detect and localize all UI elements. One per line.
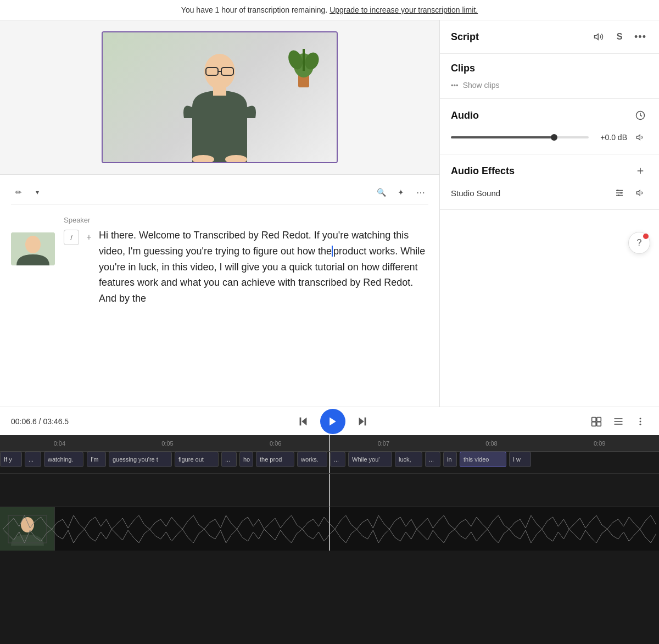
plant-decoration [287,38,320,93]
ruler-mark-1: 0:05 [114,440,222,447]
person-silhouette [176,52,264,162]
ruler-time-3: 0:07 [378,440,389,447]
edit-icon[interactable] [11,185,26,200]
clips-content[interactable]: ••• Show clips [451,81,648,90]
chevron-down-icon[interactable] [30,185,45,200]
help-button[interactable]: ? [628,232,650,254]
video-placeholder [103,32,337,162]
notification-text: You have 1 hour of transcription remaini… [181,5,327,14]
studio-sound-sliders-icon[interactable] [612,185,627,201]
playback-bar: 00:06.6 / 03:46.5 [0,407,659,435]
ruler-mark-5: 0:09 [545,440,654,447]
audio-title: Audio [451,110,479,121]
transcript-text-block: Speaker / + Hi there. Welcome to Transcr… [64,216,428,307]
script-volume-icon[interactable] [591,29,606,45]
caption-item-0[interactable]: If y [0,452,22,467]
empty-track [0,474,659,507]
audio-effects-header: Audio Effects [451,163,648,179]
svg-marker-29 [359,417,364,425]
video-frame [102,31,338,163]
help-notification-dot [643,234,649,239]
svg-point-13 [25,236,41,253]
ruler-time-5: 0:09 [594,440,605,447]
audio-db-label: +0.0 dB [594,133,627,142]
transcript-area: Speaker / + Hi there. Welcome to Transcr… [0,174,439,407]
right-panel-bottom: ? [440,210,659,407]
audio-header: Audio [451,108,648,123]
svg-rect-31 [592,417,596,421]
clips-title: Clips [451,63,475,74]
audio-volume-icon[interactable] [633,130,648,145]
script-more-icon[interactable]: ••• [633,29,648,45]
help-label: ? [637,238,642,248]
toolbar-right [373,185,428,200]
caption-item-1[interactable]: ... [25,452,41,467]
svg-point-22 [617,190,619,191]
caption-item-9[interactable]: works. [297,452,327,467]
caption-item-10[interactable]: ... [330,452,345,467]
slash-button[interactable]: / [64,230,79,245]
empty-track-playhead [329,474,330,507]
total-time: 03:46.5 [43,417,69,426]
playback-controls [86,409,580,434]
video-preview-container [0,20,439,174]
svg-point-38 [640,418,641,419]
svg-marker-25 [636,190,640,195]
svg-point-23 [621,192,622,194]
timeline-area: 0:04 0:05 0:06 0:07 0:08 0:09 If y [0,435,659,644]
add-button[interactable]: + [83,232,94,243]
clips-header: Clips [451,63,648,74]
playback-more-icon[interactable] [633,414,648,429]
waveform-playhead [329,507,330,551]
layout-view-icon[interactable] [589,414,604,429]
studio-sound-row: Studio Sound [451,185,648,201]
ruler-mark-0: 0:04 [5,440,114,447]
transcript-content: Speaker / + Hi there. Welcome to Transcr… [11,210,428,312]
ruler-time-0: 0:04 [54,440,65,447]
time-display: 00:06.6 / 03:46.5 [11,417,77,426]
caption-item-11[interactable]: While you' [348,452,392,467]
upgrade-link[interactable]: Upgrade to increase your transcription l… [330,5,478,14]
audio-slider-row: +0.0 dB [451,130,648,145]
more-options-icon[interactable] [413,185,428,200]
studio-sound-icons [612,185,648,201]
caption-item-12[interactable]: luck, [395,452,422,467]
caption-item-6[interactable]: ... [221,452,237,467]
play-button[interactable] [320,409,345,434]
caption-item-14[interactable]: in [443,452,457,467]
show-clips-label[interactable]: Show clips [463,81,500,90]
skip-forward-button[interactable] [354,413,371,430]
script-icons: S ••• [591,29,648,45]
audio-section: Audio +0.0 dB [440,99,659,154]
svg-rect-34 [597,421,601,426]
studio-sound-label: Studio Sound [451,188,500,198]
script-header: Script S ••• [451,29,648,45]
skip-back-button[interactable] [295,413,311,430]
svg-marker-14 [595,34,599,40]
caption-item-15[interactable]: this video [460,452,506,467]
studio-sound-volume-icon[interactable] [633,185,648,201]
caption-item-16[interactable]: I w [509,452,531,467]
caption-item-2[interactable]: watching. [44,452,83,467]
audio-effects-plus-icon[interactable] [633,163,648,179]
caption-item-13[interactable]: ... [425,452,440,467]
audio-slider[interactable] [451,136,589,138]
caption-item-5[interactable]: figure out [175,452,219,467]
sparkle-icon[interactable] [393,185,409,200]
transcript-toolbar [11,180,428,205]
svg-point-24 [618,195,619,196]
audio-clock-icon[interactable] [633,108,648,123]
search-icon[interactable] [373,185,389,200]
caption-item-8[interactable]: the prod [256,452,294,467]
caption-item-7[interactable]: ho [239,452,253,467]
caption-item-4[interactable]: guessing you're t [109,452,172,467]
svg-rect-32 [597,417,601,421]
audio-slider-fill [451,136,554,138]
time-separator: / [39,417,41,426]
ruler-time-4: 0:08 [485,440,497,447]
list-view-icon[interactable] [611,414,626,429]
cursor-position [332,246,333,257]
script-s-icon[interactable]: S [612,29,627,45]
audio-slider-thumb [551,134,557,141]
caption-item-3[interactable]: I'm [87,452,106,467]
